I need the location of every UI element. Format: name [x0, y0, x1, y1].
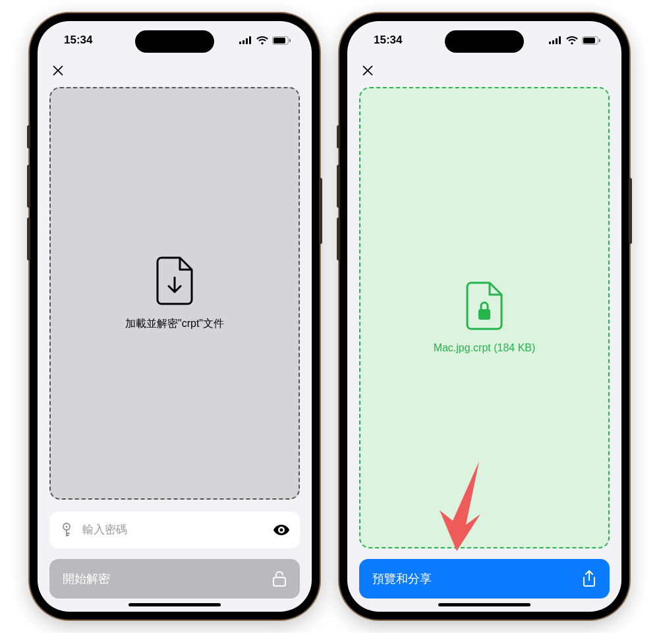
- cellular-icon: [239, 36, 252, 44]
- phone-frame-right: 15:34 Mac.jpg.crpt (184 KB): [339, 13, 629, 620]
- home-indicator[interactable]: [129, 603, 221, 606]
- close-icon[interactable]: [360, 63, 375, 78]
- home-indicator[interactable]: [438, 603, 530, 606]
- svg-rect-1: [243, 40, 244, 44]
- password-input[interactable]: [81, 523, 266, 537]
- svg-point-9: [280, 529, 283, 532]
- volume-button: [337, 125, 340, 148]
- svg-rect-16: [583, 38, 595, 44]
- cellular-icon: [549, 36, 562, 44]
- status-time: 15:34: [64, 34, 92, 47]
- dynamic-island: [135, 30, 214, 53]
- close-icon[interactable]: [51, 63, 65, 78]
- power-button: [319, 178, 322, 244]
- svg-rect-18: [478, 309, 490, 320]
- battery-icon: [582, 36, 600, 45]
- svg-rect-3: [249, 36, 251, 44]
- file-drop-zone[interactable]: 加載並解密"crpt"文件: [49, 87, 300, 500]
- wifi-icon: [566, 36, 578, 45]
- svg-rect-10: [273, 577, 285, 586]
- file-label: Mac.jpg.crpt (184 KB): [434, 342, 536, 354]
- svg-rect-0: [239, 42, 241, 44]
- file-loaded-zone[interactable]: Mac.jpg.crpt (184 KB): [359, 87, 610, 548]
- drop-zone-label: 加載並解密"crpt"文件: [125, 317, 224, 331]
- svg-rect-2: [246, 38, 248, 44]
- volume-button: [337, 165, 340, 208]
- svg-rect-11: [549, 42, 551, 44]
- status-time: 15:34: [374, 34, 402, 47]
- phone-frame-left: 15:34 加載並解密"crpt"文件: [30, 13, 320, 620]
- dynamic-island: [445, 30, 524, 53]
- screen: 15:34 加載並解密"crpt"文件: [38, 21, 312, 612]
- annotation-arrow-icon: [433, 461, 492, 554]
- svg-rect-6: [289, 39, 291, 42]
- decrypt-button[interactable]: 開始解密: [49, 559, 300, 599]
- svg-rect-13: [556, 38, 558, 44]
- key-icon: [60, 523, 73, 537]
- wifi-icon: [256, 36, 268, 45]
- file-download-icon: [155, 256, 194, 305]
- svg-rect-14: [559, 36, 561, 44]
- screen: 15:34 Mac.jpg.crpt (184 KB): [347, 21, 621, 612]
- volume-button: [337, 218, 340, 260]
- volume-button: [27, 125, 30, 148]
- file-lock-icon: [465, 281, 504, 330]
- unlock-icon: [272, 571, 287, 587]
- password-field-row: [49, 512, 300, 548]
- svg-rect-17: [599, 39, 600, 42]
- battery-icon: [272, 36, 291, 45]
- eye-icon[interactable]: [273, 525, 289, 535]
- content-area: Mac.jpg.crpt (184 KB) 預覽和分享: [347, 59, 621, 612]
- action-label: 預覽和分享: [372, 571, 432, 587]
- volume-button: [27, 165, 30, 208]
- status-icons: [549, 36, 600, 45]
- power-button: [629, 178, 632, 244]
- status-icons: [239, 36, 291, 45]
- volume-button: [27, 218, 30, 260]
- action-label: 開始解密: [63, 571, 110, 587]
- svg-point-8: [66, 526, 68, 528]
- content-area: 加載並解密"crpt"文件 開始解密: [38, 59, 312, 612]
- svg-rect-5: [273, 38, 285, 44]
- share-icon: [582, 570, 596, 587]
- preview-share-button[interactable]: 預覽和分享: [359, 559, 610, 599]
- svg-rect-12: [552, 40, 554, 44]
